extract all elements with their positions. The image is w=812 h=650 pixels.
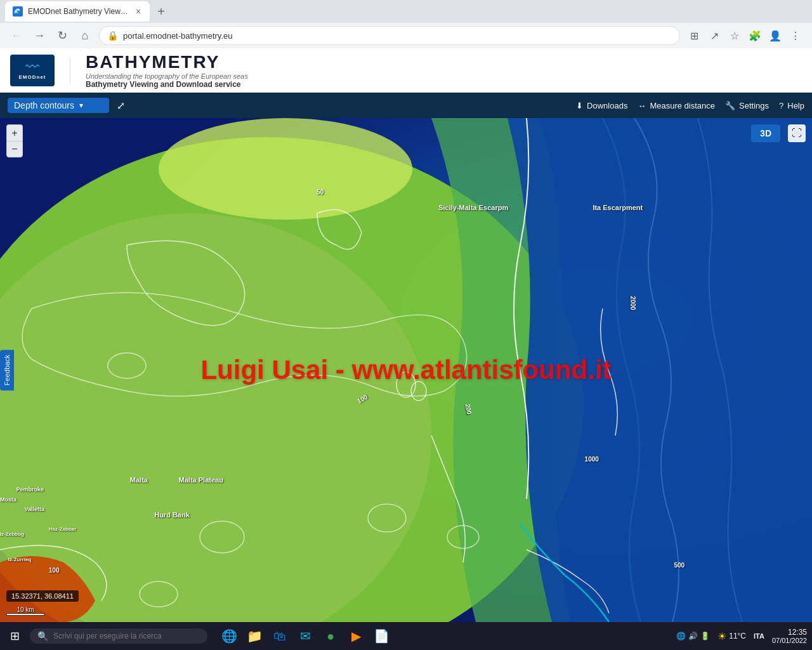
tab-title: EMODnet Bathymetry Viewing a...	[28, 7, 129, 16]
scale-bar: 10 km	[6, 606, 44, 616]
new-tab-button[interactable]: +	[152, 2, 170, 22]
language-button[interactable]: ITA	[754, 632, 764, 640]
browser-controls: ← → ↻ ⌂ 🔒 portal.emodnet-bathymetry.eu ⊞…	[0, 23, 812, 48]
search-bar[interactable]: 🔍	[30, 628, 207, 644]
taskbar-app-files[interactable]: 📁	[243, 625, 266, 647]
network-icon[interactable]: 🌐	[676, 632, 686, 640]
weather-widget: ☀ 11°C	[717, 630, 746, 642]
zoom-in-button[interactable]: +	[6, 124, 23, 141]
settings-icon: 🔧	[725, 101, 735, 110]
logo-wave-icon: 〰	[19, 60, 46, 74]
menu-button[interactable]: ⋮	[787, 27, 804, 44]
svg-point-3	[159, 118, 412, 220]
logo-area: 〰 EMODnet BATHYMETRY Understanding the t…	[10, 52, 248, 89]
start-button[interactable]: ⊞	[5, 627, 25, 646]
taskbar-app-vlc[interactable]: ▶	[344, 625, 367, 647]
toolbar-right: ⬇ Downloads ↔ Measure distance 🔧 Setting…	[576, 101, 804, 110]
battery-icon[interactable]: 🔋	[700, 632, 710, 640]
address-bar[interactable]: 🔒 portal.emodnet-bathymetry.eu	[99, 26, 680, 45]
extensions-button[interactable]: 🧩	[746, 27, 764, 44]
back-button[interactable]: ←	[8, 27, 25, 44]
scale-line	[6, 613, 44, 616]
clock-date: 07/01/2022	[772, 637, 807, 644]
help-icon: ?	[779, 101, 783, 110]
btn-3d[interactable]: 3D	[751, 124, 780, 142]
logo-text: EMODnet	[19, 74, 46, 80]
browser-chrome: 🌊 EMODnet Bathymetry Viewing a... × + ← …	[0, 0, 812, 48]
scale-label: 10 km	[6, 606, 44, 613]
taskbar-app-mail[interactable]: ✉	[294, 625, 317, 647]
taskbar-app-edge[interactable]: 🌐	[218, 625, 240, 647]
translate-button[interactable]: ⊞	[685, 27, 703, 44]
taskbar: ⊞ 🔍 🌐 📁 🛍 ✉ ● ▶ 📄 🌐 🔊 🔋 ☀ 11°C ITA 12:35…	[0, 622, 812, 650]
downloads-button[interactable]: ⬇ Downloads	[576, 101, 627, 110]
help-button[interactable]: ? Help	[779, 101, 804, 110]
tab-favicon: 🌊	[13, 6, 23, 17]
taskbar-app-files2[interactable]: 📄	[370, 625, 393, 647]
weather-icon: ☀	[717, 630, 726, 642]
app-header: 〰 EMODnet BATHYMETRY Understanding the t…	[0, 48, 812, 93]
coordinates-display: 15.32371, 36.08411	[6, 590, 79, 602]
profile-button[interactable]: 👤	[766, 27, 784, 44]
tab-bar: 🌊 EMODnet Bathymetry Viewing a... × +	[0, 0, 812, 23]
chevron-down-icon: ▾	[79, 101, 83, 110]
expand-icon[interactable]: ⤢	[114, 97, 128, 114]
tab-close-button[interactable]: ×	[134, 5, 142, 18]
settings-button[interactable]: 🔧 Settings	[725, 101, 769, 110]
header-divider	[70, 58, 70, 83]
browser-actions: ⊞ ↗ ☆ 🧩 👤 ⋮	[685, 27, 804, 44]
search-input[interactable]	[53, 632, 200, 640]
download-icon: ⬇	[576, 101, 583, 110]
map-zoom-controls: + −	[6, 124, 23, 157]
taskbar-right: 🌐 🔊 🔋 ☀ 11°C ITA 12:35 07/01/2022	[676, 628, 807, 644]
volume-icon[interactable]: 🔊	[688, 632, 698, 640]
taskbar-app-chrome[interactable]: ●	[319, 625, 342, 647]
taskbar-clock: 12:35 07/01/2022	[772, 628, 807, 644]
org-service: Bathymetry Viewing and Download service	[86, 80, 248, 89]
depth-contours-dropdown[interactable]: Depth contours ▾	[8, 98, 109, 113]
refresh-button[interactable]: ↻	[53, 27, 71, 44]
org-subtitle: Understanding the topography of the Euro…	[86, 72, 248, 80]
lock-icon: 🔒	[107, 30, 118, 41]
depth-contours-label: Depth contours	[14, 100, 74, 110]
feedback-tab[interactable]: Feedback	[0, 350, 14, 390]
measure-icon: ↔	[638, 101, 646, 110]
header-text: BATHYMETRY Understanding the topography …	[86, 52, 248, 89]
forward-button[interactable]: →	[30, 27, 48, 44]
map-toolbar: Depth contours ▾ ⤢ ⬇ Downloads ↔ Measure…	[0, 93, 812, 118]
fullscreen-button[interactable]: ⛶	[788, 124, 806, 142]
weather-temp: 11°C	[729, 632, 746, 640]
org-title: BATHYMETRY	[86, 52, 248, 72]
logo-box: 〰 EMODnet	[10, 55, 55, 86]
map-canvas	[0, 118, 812, 622]
zoom-out-button[interactable]: −	[6, 141, 23, 157]
taskbar-apps: 🌐 📁 🛍 ✉ ● ▶ 📄	[218, 625, 393, 647]
measure-distance-button[interactable]: ↔ Measure distance	[638, 101, 715, 110]
taskbar-app-store[interactable]: 🛍	[268, 625, 291, 647]
feedback-tab-wrapper: Feedback	[0, 350, 14, 390]
browser-tab[interactable]: 🌊 EMODnet Bathymetry Viewing a... ×	[5, 1, 150, 22]
home-button[interactable]: ⌂	[76, 27, 94, 44]
address-text: portal.emodnet-bathymetry.eu	[123, 31, 672, 41]
search-icon: 🔍	[37, 631, 48, 641]
share-button[interactable]: ↗	[705, 27, 723, 44]
toolbar-left: Depth contours ▾ ⤢	[8, 97, 128, 114]
system-tray: 🌐 🔊 🔋	[676, 632, 710, 640]
bookmark-button[interactable]: ☆	[726, 27, 743, 44]
clock-time: 12:35	[772, 628, 807, 637]
map-container[interactable]: + − Feedback Sicily-Malta Escarpm Ita Es…	[0, 118, 812, 622]
